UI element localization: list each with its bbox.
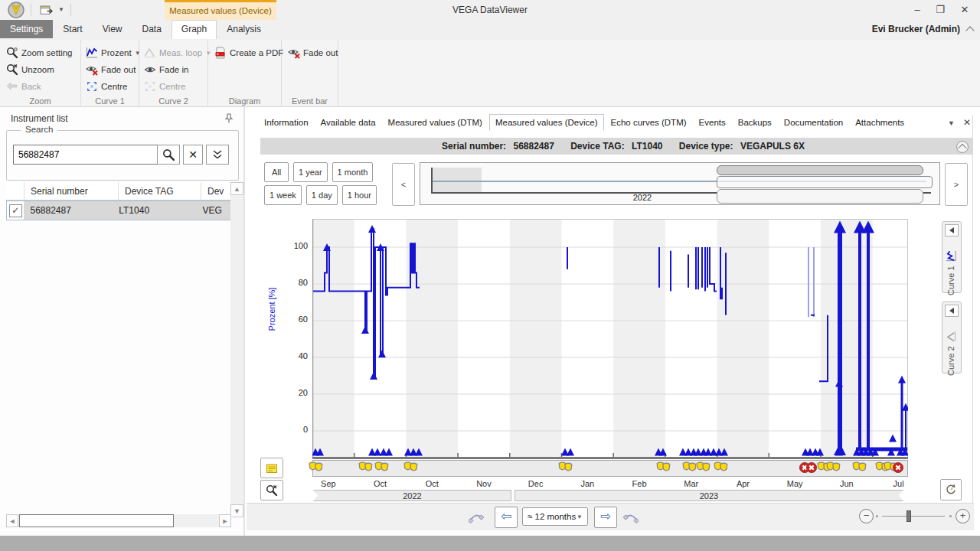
y-tick-label: 80 bbox=[282, 278, 308, 287]
table-vscrollbar[interactable]: ▲ ▼ bbox=[230, 182, 243, 517]
back-button[interactable]: Back bbox=[6, 79, 41, 94]
ribbon-tab-graph[interactable]: Graph bbox=[172, 20, 217, 39]
table-hscrollbar[interactable]: ◄ ► bbox=[6, 514, 231, 527]
search-input[interactable] bbox=[13, 145, 160, 165]
zoom-slider-track[interactable] bbox=[882, 516, 945, 517]
event-shield-icon[interactable] bbox=[403, 461, 420, 474]
jump-end-icon[interactable] bbox=[623, 511, 639, 523]
curve2-centre-button[interactable]: Centre bbox=[144, 79, 186, 94]
minimize-button[interactable]: – bbox=[906, 2, 928, 18]
user-collapse-icon[interactable] bbox=[967, 25, 974, 32]
scrub-left-button[interactable]: < bbox=[392, 163, 415, 206]
curve1-collapse-button[interactable] bbox=[945, 224, 959, 236]
range-button[interactable]: 1 hour bbox=[342, 185, 377, 205]
scrub-right-button[interactable]: > bbox=[945, 163, 968, 206]
event-error-icon[interactable] bbox=[892, 461, 904, 474]
curve2-fade-in-button[interactable]: Fade in bbox=[144, 62, 188, 77]
event-shield-icon[interactable] bbox=[713, 461, 730, 474]
zoom-reset-button[interactable] bbox=[260, 480, 283, 500]
close-button[interactable]: ✕ bbox=[954, 2, 975, 18]
refresh-button[interactable] bbox=[940, 479, 962, 500]
page-left-button[interactable]: ⇦ bbox=[495, 507, 518, 528]
meas-loop-dropdown-button[interactable]: Meas. loop ▼ bbox=[144, 45, 211, 60]
range-button[interactable]: All bbox=[264, 162, 289, 182]
scrubber-selection-top[interactable] bbox=[717, 165, 923, 175]
row-checkbox[interactable]: ✓ bbox=[9, 204, 22, 217]
event-shield-icon[interactable] bbox=[695, 461, 712, 474]
timeline-scrubber[interactable]: 2022 bbox=[420, 162, 940, 205]
scroll-up-icon[interactable]: ▲ bbox=[230, 182, 243, 195]
ribbon-tab-data[interactable]: Data bbox=[132, 20, 172, 38]
event-shield-icon[interactable] bbox=[825, 461, 842, 474]
range-button[interactable]: 1 month bbox=[332, 162, 374, 182]
event-shield-icon[interactable] bbox=[358, 461, 374, 474]
event-bar-fade-out-button[interactable]: Fade out bbox=[288, 45, 338, 60]
scroll-left-icon[interactable]: ◄ bbox=[6, 514, 18, 527]
table-row[interactable]: ✓ 56882487 LT1040 VEG bbox=[6, 201, 231, 220]
doc-tab[interactable]: Available data bbox=[315, 115, 381, 130]
prozent-dropdown-button[interactable]: Prozent ▼ bbox=[86, 45, 141, 60]
collapse-header-button[interactable] bbox=[956, 141, 969, 153]
event-error-icon[interactable] bbox=[805, 461, 818, 474]
y-tick-label: 60 bbox=[282, 315, 308, 324]
doc-tab[interactable]: Backups bbox=[733, 115, 777, 130]
doc-tab[interactable]: Events bbox=[694, 115, 731, 130]
serial-value: 56882487 bbox=[513, 141, 554, 152]
month-label: Feb bbox=[622, 479, 656, 488]
event-shield-icon[interactable] bbox=[557, 461, 574, 474]
search-button[interactable] bbox=[157, 145, 180, 165]
maximize-button[interactable]: ❐ bbox=[929, 2, 951, 18]
zoom-setting-button[interactable]: Zoom setting bbox=[6, 45, 72, 60]
doc-tab[interactable]: Measured values (DTM) bbox=[383, 115, 488, 130]
hscroll-thumb[interactable] bbox=[19, 514, 174, 527]
create-pdf-button[interactable]: Create a PDF bbox=[214, 45, 283, 60]
ribbon-tab-analysis[interactable]: Analysis bbox=[217, 20, 271, 38]
range-button[interactable]: 1 year bbox=[293, 162, 328, 182]
scrubber-selection-mid[interactable] bbox=[717, 176, 933, 188]
curve-gray-icon bbox=[144, 47, 156, 59]
tab-close-icon[interactable]: ✕ bbox=[963, 117, 971, 128]
ribbon-tab-settings[interactable]: Settings bbox=[0, 20, 53, 38]
scroll-right-icon[interactable]: ► bbox=[219, 514, 231, 527]
scrubber-selection-bottom[interactable] bbox=[717, 189, 923, 204]
col-serial-number[interactable]: Serial number bbox=[24, 182, 119, 201]
curve1-centre-button[interactable]: Centre bbox=[86, 79, 128, 94]
scroll-down-icon[interactable]: ▼ bbox=[230, 504, 243, 517]
col-device-tag[interactable]: Device TAG bbox=[119, 182, 201, 201]
page-right-button[interactable]: ⇨ bbox=[594, 507, 617, 528]
doc-tab[interactable]: Documentation bbox=[779, 115, 848, 130]
clear-search-button[interactable]: ✕ bbox=[183, 145, 203, 165]
zoom-in-button[interactable]: + bbox=[956, 509, 970, 523]
col-device-type[interactable]: Dev bbox=[201, 182, 231, 201]
curve-blue-icon bbox=[86, 47, 98, 59]
jump-start-icon[interactable] bbox=[469, 511, 484, 523]
search-icon bbox=[162, 148, 175, 161]
interval-select[interactable]: ≈ 12 months ▼ bbox=[522, 507, 588, 526]
zoom-out-button[interactable]: − bbox=[859, 509, 874, 523]
doc-tab[interactable]: Echo curves (DTM) bbox=[606, 115, 692, 130]
curve2-collapse-button[interactable] bbox=[945, 305, 959, 317]
doc-tab[interactable]: Information bbox=[259, 115, 314, 130]
zoom-slider-handle[interactable] bbox=[906, 510, 911, 522]
unzoom-button[interactable]: Unzoom bbox=[6, 62, 54, 77]
ribbon-tab-view[interactable]: View bbox=[93, 20, 132, 38]
curve1-fade-out-button[interactable]: Fade out bbox=[86, 62, 136, 77]
range-button[interactable]: 1 week bbox=[264, 185, 302, 205]
measurement-chart[interactable] bbox=[312, 219, 908, 458]
event-shield-icon[interactable] bbox=[851, 461, 868, 474]
doc-tab[interactable]: Measured values (Device) bbox=[489, 114, 604, 131]
ribbon-tab-start[interactable]: Start bbox=[53, 20, 92, 38]
expand-search-button[interactable] bbox=[206, 145, 229, 165]
pin-icon[interactable] bbox=[224, 113, 234, 124]
event-shield-icon[interactable] bbox=[374, 461, 390, 474]
month-label: Mar bbox=[675, 479, 708, 488]
curve1-side-tab[interactable]: Curve 1 bbox=[942, 221, 962, 293]
event-list-button[interactable] bbox=[260, 458, 283, 478]
event-shield-icon[interactable] bbox=[308, 461, 325, 474]
event-shield-icon[interactable] bbox=[655, 461, 672, 474]
range-button[interactable]: 1 day bbox=[306, 185, 338, 205]
tab-overflow-caret-icon[interactable]: ▼ bbox=[948, 119, 955, 127]
curve2-side-tab[interactable]: Curve 2 bbox=[942, 302, 962, 373]
doc-tab[interactable]: Attachments bbox=[850, 115, 910, 130]
contextual-tab-measured-values-device[interactable]: Measured values (Device) bbox=[165, 0, 276, 20]
